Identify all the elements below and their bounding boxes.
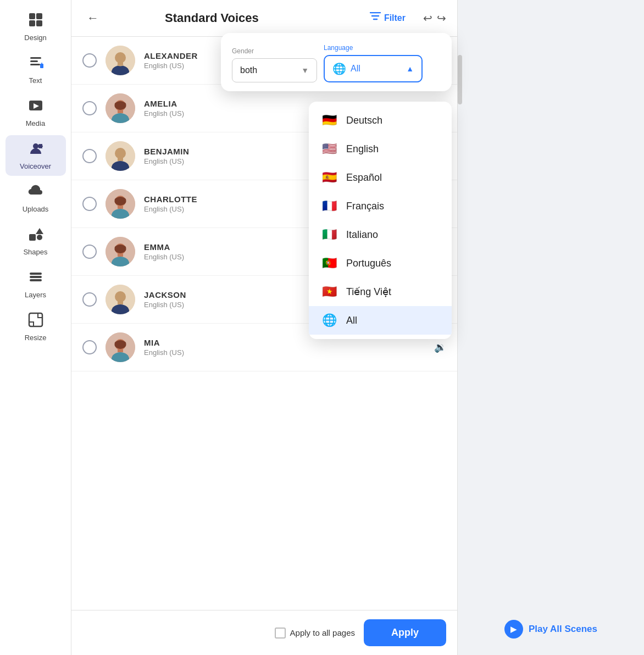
lang-label-deutsch: Deutsch [346,115,382,126]
svg-point-11 [33,143,38,149]
sidebar-item-media-label: Media [26,119,45,127]
svg-rect-46 [118,301,123,304]
undo-button[interactable]: ↩ [423,12,432,25]
bottom-bar: Apply to all pages Apply [71,610,457,655]
apply-button[interactable]: Apply [364,619,446,646]
undo-redo-group: ↩ ↪ [423,12,446,25]
voice-name-mia: MIA [144,338,425,347]
scroll-handle [458,55,462,104]
svg-point-44 [115,291,126,302]
radio-amelia[interactable] [82,101,97,115]
layers-icon [28,269,43,288]
lang-label-english: English [346,143,379,155]
radio-mia[interactable] [82,340,97,354]
shapes-icon [28,226,43,246]
gender-label: Gender [232,47,317,55]
sidebar-item-uploads[interactable]: Uploads [5,178,66,219]
sidebar-item-resize[interactable]: Resize [5,307,66,347]
svg-rect-21 [30,279,42,281]
sidebar-item-layers[interactable]: Layers [5,264,66,304]
svg-rect-20 [30,276,42,278]
sidebar-item-voiceover[interactable]: Voiceover [5,135,66,176]
gender-select[interactable]: both ▼ [232,58,317,82]
lang-option-italiano[interactable]: 🇮🇹 Italiano [309,220,452,249]
flag-italiano: 🇮🇹 [320,227,338,242]
avatar-benjamin [106,141,135,171]
svg-rect-30 [118,110,123,113]
sidebar-item-design-label: Design [24,34,46,42]
voice-lang-mia: English (US) [144,348,425,357]
lang-option-espanol[interactable]: 🇪🇸 Español [309,163,452,192]
gender-value: both [240,65,257,75]
filter-icon [370,12,381,24]
avatar-jackson [106,285,135,314]
svg-point-24 [115,52,126,63]
avatar-charlotte [106,189,135,219]
sidebar-item-design[interactable]: Design [5,7,66,47]
voice-info-mia: MIA English (US) [144,338,425,357]
uploads-icon [28,184,43,203]
lang-label-espanol: Español [346,172,382,184]
svg-rect-1 [36,13,42,19]
apply-all-checkbox[interactable] [275,628,286,639]
resize-icon [28,312,43,331]
voiceover-icon [28,141,43,160]
sidebar: Design Text Media [0,0,71,655]
sidebar-item-voiceover-label: Voiceover [20,162,51,170]
sidebar-item-media[interactable]: Media [5,92,66,133]
sidebar-item-text[interactable]: Text [5,49,66,90]
lang-label-all: All [346,315,357,326]
play-icon: ▶ [504,620,523,639]
filter-button[interactable]: Filter [364,9,411,27]
svg-rect-3 [36,20,42,26]
svg-rect-50 [118,349,123,352]
svg-rect-42 [118,253,123,257]
redo-button[interactable]: ↪ [437,12,446,25]
svg-rect-7 [40,64,43,68]
sidebar-item-shapes[interactable]: Shapes [5,221,66,262]
play-all-label: Play All Scenes [529,624,597,635]
sidebar-item-uploads-label: Uploads [23,205,49,213]
page-title: Standard Voices [110,11,314,25]
radio-emma[interactable] [82,245,97,259]
radio-jackson[interactable] [82,292,97,307]
lang-option-tieng-viet[interactable]: 🇻🇳 Tiếng Việt [309,277,452,306]
sidebar-item-layers-label: Layers [25,291,46,299]
lang-option-english[interactable]: 🇺🇸 English [309,135,452,163]
lang-option-deutsch[interactable]: 🇩🇪 Deutsch [309,106,452,135]
back-button[interactable]: ← [82,9,103,27]
radio-charlotte[interactable] [82,197,97,211]
lang-option-all[interactable]: 🌐 All [309,306,452,335]
lang-label-francais: Français [346,201,384,212]
avatar-alexander [106,46,135,75]
sidebar-item-shapes-label: Shapes [23,248,47,256]
flag-deutsch: 🇩🇪 [320,113,338,127]
language-filter-group: Language 🌐 All ▲ [324,44,423,82]
play-all-button[interactable]: ▶ Play All Scenes [504,620,597,639]
language-dropdown: 🇩🇪 Deutsch 🇺🇸 English 🇪🇸 Español 🇫🇷 Fran… [309,102,452,339]
svg-rect-5 [30,60,38,62]
radio-alexander[interactable] [82,53,97,68]
radio-benjamin[interactable] [82,149,97,163]
flag-english: 🇺🇸 [320,142,338,156]
svg-rect-8 [41,63,42,64]
lang-select-inner: 🌐 All [332,62,360,75]
avatar-emma [106,237,135,267]
filter-label: Filter [384,13,406,23]
lang-option-francais[interactable]: 🇫🇷 Français [309,192,452,220]
svg-point-18 [37,235,42,240]
gender-chevron-icon: ▼ [301,66,309,75]
media-icon [28,98,43,117]
language-select[interactable]: 🌐 All ▲ [324,55,423,82]
sidebar-item-text-label: Text [29,76,42,85]
sound-icon-mia[interactable]: 🔉 [434,341,446,353]
sidebar-item-resize-label: Resize [25,334,47,342]
svg-rect-4 [30,57,41,59]
filter-popup: Gender both ▼ Language 🌐 All ▲ [221,33,452,91]
svg-rect-19 [30,273,42,275]
flag-francais: 🇫🇷 [320,199,338,213]
lang-option-portugues[interactable]: 🇵🇹 Português [309,249,452,277]
design-icon [28,12,43,31]
text-icon [28,55,43,74]
lang-chevron-icon: ▲ [406,64,414,73]
